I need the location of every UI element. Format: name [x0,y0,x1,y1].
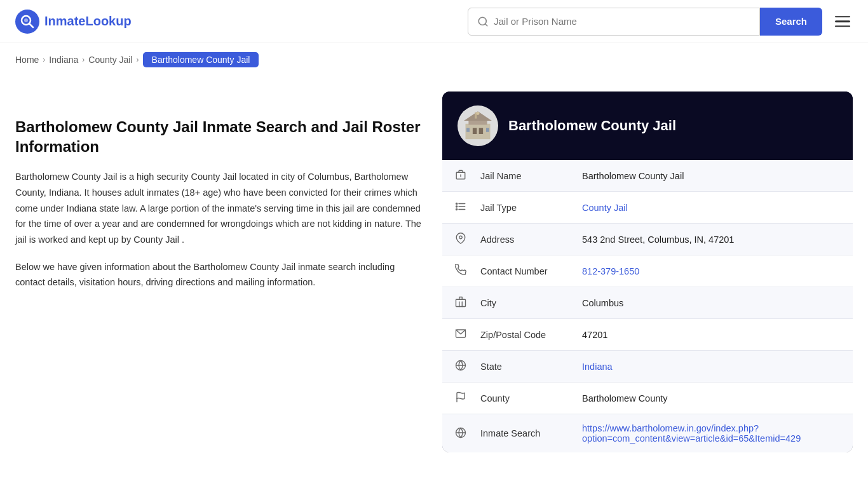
row-link-6[interactable]: Indiana [582,362,613,372]
svg-rect-10 [466,128,470,132]
row-link-1[interactable]: County Jail [582,203,628,213]
flag-icon [442,383,468,414]
table-row: CountyBartholomew County [442,383,853,414]
row-label-1: Jail Type [468,192,569,224]
table-row: StateIndiana [442,351,853,383]
table-row: Address543 2nd Street, Columbus, IN, 472… [442,224,853,255]
row-label-5: Zip/Postal Code [468,319,569,351]
search-button[interactable]: Search [760,8,822,36]
chevron-icon-2: › [82,55,85,64]
chevron-icon-3: › [137,55,139,64]
search-input-wrap [468,8,760,36]
building-icon [442,160,468,192]
svg-rect-24 [459,297,463,300]
row-value-0: Bartholomew County Jail [569,160,853,192]
table-row: Jail NameBartholomew County Jail [442,160,853,192]
table-row: CityColumbus [442,287,853,319]
row-value-3[interactable]: 812-379-1650 [569,255,853,287]
hamburger-menu[interactable] [832,13,853,30]
header: InmateLookup Search [0,0,868,43]
page-title: Bartholomew County Jail Inmate Search an… [15,117,422,156]
page-description-1: Bartholomew County Jail is a high securi… [15,169,422,247]
info-table: Jail NameBartholomew County JailJail Typ… [442,160,853,452]
row-value-5: 47201 [569,319,853,351]
table-row: Zip/Postal Code47201 [442,319,853,351]
svg-point-22 [459,236,463,239]
breadcrumb-current: Bartholomew County Jail [143,52,259,67]
logo-link[interactable]: InmateLookup [15,10,132,34]
card-header: Bartholomew County Jail [442,92,853,160]
row-value-4: Columbus [569,287,853,319]
table-row: Inmate Searchhttps://www.bartholomew.in.… [442,414,853,453]
city-icon [442,287,468,319]
row-label-3: Contact Number [468,255,569,287]
list-icon [442,192,468,224]
row-label-0: Jail Name [468,160,569,192]
phone-icon [442,255,468,287]
svg-line-1 [30,24,34,27]
row-value-6[interactable]: Indiana [569,351,853,383]
search-input[interactable] [494,16,750,27]
row-value-1[interactable]: County Jail [569,192,853,224]
svg-point-19 [456,203,458,204]
breadcrumb: Home › Indiana › County Jail › Bartholom… [0,43,868,76]
svg-rect-11 [486,128,489,132]
logo-text: InmateLookup [44,14,132,29]
svg-point-21 [456,208,458,210]
info-card: Bartholomew County Jail Jail NameBarthol… [442,92,853,452]
row-label-7: County [468,383,569,414]
svg-rect-9 [479,128,484,134]
row-label-4: City [468,287,569,319]
row-label-6: State [468,351,569,383]
table-row: Contact Number812-379-1650 [442,255,853,287]
breadcrumb-indiana[interactable]: Indiana [49,55,78,65]
row-value-2: 543 2nd Street, Columbus, IN, 47201 [569,224,853,255]
search-bar: Search [468,8,822,36]
globe-icon [442,351,468,383]
search-icon [477,16,489,27]
row-value-7: Bartholomew County [569,383,853,414]
svg-rect-8 [473,128,477,134]
chevron-icon-1: › [43,55,45,64]
hamburger-line-3 [835,25,850,27]
logo-icon [15,10,39,34]
svg-point-20 [456,206,458,207]
row-value-8[interactable]: https://www.bartholomew.in.gov/index.php… [569,414,853,453]
location-icon [442,224,468,255]
table-row: Jail TypeCounty Jail [442,192,853,224]
main-content: Bartholomew County Jail Inmate Search an… [0,76,868,478]
svg-line-4 [485,24,487,25]
page-description-2: Below we have given information about th… [15,259,422,290]
hamburger-line-1 [835,16,850,18]
svg-rect-23 [456,299,466,306]
mail-icon [442,319,468,351]
svg-point-2 [24,18,28,22]
row-label-8: Inmate Search [468,414,569,453]
row-link-8[interactable]: https://www.bartholomew.in.gov/index.php… [582,423,801,444]
breadcrumb-home[interactable]: Home [15,55,39,65]
row-link-3[interactable]: 812-379-1650 [582,266,639,276]
breadcrumb-county-jail[interactable]: County Jail [88,55,132,65]
hamburger-line-2 [835,20,850,22]
search-globe-icon [442,414,468,453]
card-jail-name: Bartholomew County Jail [508,118,676,134]
row-label-2: Address [468,224,569,255]
svg-point-13 [477,112,480,115]
left-column: Bartholomew County Jail Inmate Search an… [15,92,422,452]
jail-image [458,105,498,146]
